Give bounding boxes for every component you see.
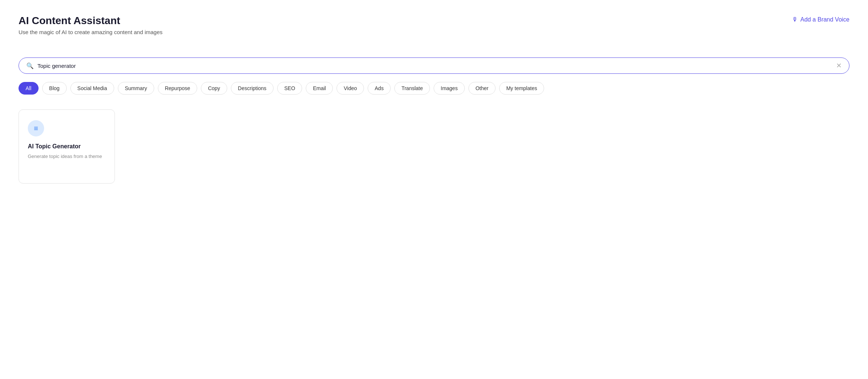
cards-grid: ≡AI Topic GeneratorGenerate topic ideas …: [19, 109, 849, 184]
filter-tag-translate[interactable]: Translate: [394, 82, 430, 95]
mic-icon: 🎙: [792, 16, 798, 23]
filter-tag-images[interactable]: Images: [434, 82, 465, 95]
filter-tag-seo[interactable]: SEO: [277, 82, 302, 95]
search-input[interactable]: [37, 63, 836, 69]
filter-tags-container: AllBlogSocial MediaSummaryRepurposeCopyD…: [19, 82, 849, 95]
filter-tag-repurpose[interactable]: Repurpose: [158, 82, 198, 95]
add-brand-voice-label: Add a Brand Voice: [800, 16, 849, 23]
filter-tag-other[interactable]: Other: [468, 82, 496, 95]
filter-tag-summary[interactable]: Summary: [118, 82, 154, 95]
filter-tag-video[interactable]: Video: [337, 82, 364, 95]
search-bar: 🔍 ✕: [19, 57, 849, 74]
search-icon: 🔍: [26, 62, 34, 69]
template-card-icon: ≡: [28, 120, 44, 136]
filter-tag-email[interactable]: Email: [306, 82, 333, 95]
filter-tag-my-templates[interactable]: My templates: [499, 82, 544, 95]
page-subtitle: Use the magic of AI to create amazing co…: [19, 29, 163, 35]
page-title: AI Content Assistant: [19, 15, 163, 27]
add-brand-voice-button[interactable]: 🎙 Add a Brand Voice: [792, 15, 849, 23]
header-section: AI Content Assistant Use the magic of AI…: [19, 15, 849, 46]
template-card[interactable]: ≡AI Topic GeneratorGenerate topic ideas …: [19, 109, 115, 184]
clear-icon[interactable]: ✕: [836, 62, 842, 70]
filter-tag-ads[interactable]: Ads: [368, 82, 391, 95]
filter-tag-all[interactable]: All: [19, 82, 39, 95]
template-card-title: AI Topic Generator: [28, 143, 106, 150]
page-header: AI Content Assistant Use the magic of AI…: [19, 15, 163, 35]
filter-tag-blog[interactable]: Blog: [42, 82, 67, 95]
filter-tag-social-media[interactable]: Social Media: [70, 82, 114, 95]
filter-tag-copy[interactable]: Copy: [201, 82, 227, 95]
filter-tag-descriptions[interactable]: Descriptions: [231, 82, 274, 95]
template-card-description: Generate topic ideas from a theme: [28, 153, 106, 160]
